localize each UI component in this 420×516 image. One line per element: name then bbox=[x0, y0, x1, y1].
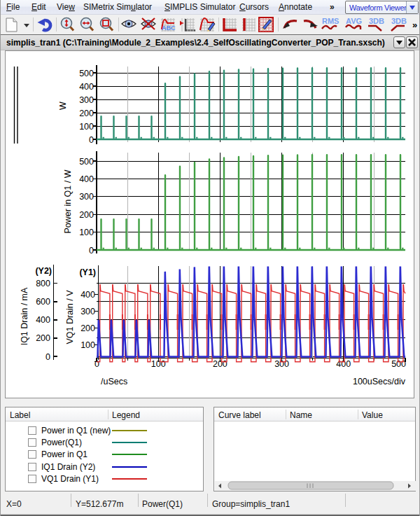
svg-text:Power in Q1 / W: Power in Q1 / W bbox=[63, 169, 73, 233]
svg-text:400: 400 bbox=[79, 82, 94, 92]
svg-text:500: 500 bbox=[79, 157, 94, 167]
svg-text:300: 300 bbox=[274, 359, 289, 369]
svg-text:200: 200 bbox=[79, 109, 94, 118]
svg-text:AVG: AVG bbox=[346, 17, 362, 25]
svg-text:100uSecs/div: 100uSecs/div bbox=[353, 377, 406, 386]
svg-text:100: 100 bbox=[79, 228, 94, 237]
svg-text:100: 100 bbox=[151, 359, 166, 369]
svg-text:500: 500 bbox=[79, 69, 94, 78]
svg-text:(Y1): (Y1) bbox=[79, 267, 96, 277]
svg-text:300: 300 bbox=[79, 192, 94, 202]
svg-text:800: 800 bbox=[36, 279, 50, 288]
svg-text:0: 0 bbox=[89, 135, 94, 145]
svg-text:(Y2): (Y2) bbox=[35, 266, 52, 276]
svg-text:400: 400 bbox=[36, 315, 50, 325]
svg-text:200: 200 bbox=[80, 323, 95, 333]
svg-text:300: 300 bbox=[79, 95, 94, 105]
svg-text:400: 400 bbox=[79, 174, 94, 184]
svg-text:400: 400 bbox=[336, 359, 351, 369]
svg-text:IQ1 Drain / mA: IQ1 Drain / mA bbox=[20, 287, 29, 345]
svg-text:200: 200 bbox=[79, 210, 94, 220]
svg-text:0: 0 bbox=[46, 352, 50, 362]
svg-text:400: 400 bbox=[80, 290, 95, 300]
svg-text:3DB: 3DB bbox=[369, 17, 384, 25]
svg-text:W: W bbox=[58, 102, 68, 110]
svg-text:100: 100 bbox=[80, 340, 95, 350]
svg-text:3DB: 3DB bbox=[391, 17, 407, 25]
svg-text:500: 500 bbox=[391, 359, 406, 369]
svg-text:300: 300 bbox=[80, 307, 95, 316]
svg-text:/uSecs: /uSecs bbox=[101, 377, 127, 386]
svg-text:200: 200 bbox=[213, 359, 227, 369]
svg-text:RMS: RMS bbox=[322, 17, 339, 25]
svg-text:0: 0 bbox=[89, 246, 94, 256]
svg-text:VQ1 Drain / V: VQ1 Drain / V bbox=[65, 290, 75, 344]
svg-text:ABC: ABC bbox=[162, 25, 176, 32]
svg-text:600: 600 bbox=[36, 297, 50, 307]
svg-text:0: 0 bbox=[94, 359, 99, 369]
svg-text:100: 100 bbox=[79, 122, 94, 132]
svg-text:200: 200 bbox=[36, 333, 50, 343]
